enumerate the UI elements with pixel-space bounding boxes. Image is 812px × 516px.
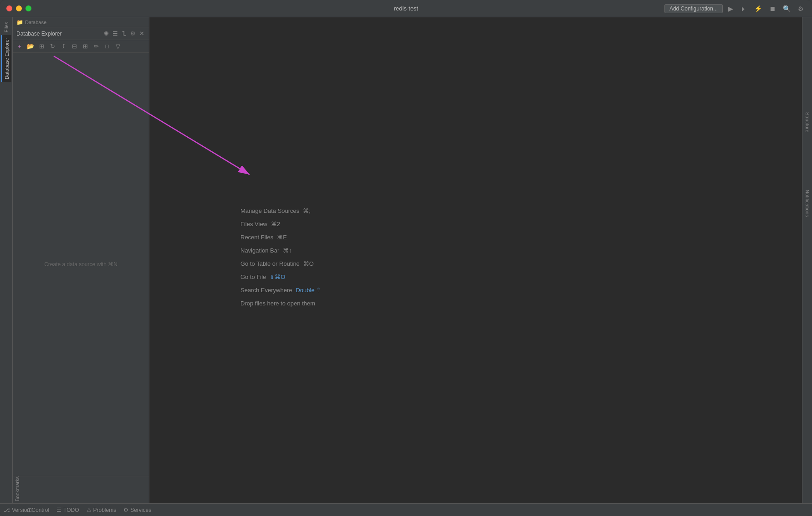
breadcrumb: 📁 Database (13, 17, 149, 27)
sidebar-header-icons: ✺ ☰ ⇅ ⚙ ✕ (103, 29, 145, 38)
statusbar-todo[interactable]: ☰ TODO (56, 507, 79, 513)
breadcrumb-text: Database (25, 20, 46, 25)
sidebar-empty-state: Create a data source with ⌘N (13, 53, 149, 476)
list-icon[interactable]: ☰ (112, 29, 119, 38)
debug-icon[interactable]: ⏵ (739, 4, 749, 13)
edit-button[interactable]: ✏ (91, 41, 101, 52)
help-item-drop-files: Drop files here to open them (240, 300, 319, 307)
help-label: Manage Data Sources (240, 207, 299, 214)
coverage-icon[interactable]: ⚡ (752, 4, 764, 13)
help-shortcut: Double ⇧ (296, 287, 321, 294)
search-icon[interactable]: 🔍 (781, 4, 792, 13)
services-label: Services (130, 507, 151, 513)
titlebar: redis-test Add Configuration... ▶ ⏵ ⚡ ⏹ … (0, 0, 812, 17)
help-item-search-everywhere: Search Everywhere Double ⇧ (240, 287, 321, 294)
open-file-button[interactable]: 📂 (26, 41, 36, 52)
layout-icon[interactable]: ⊡ (27, 506, 32, 513)
bookmarks-tab[interactable]: Bookmarks (15, 476, 20, 501)
right-tabs-strip: Structure Notifications (802, 17, 812, 503)
filter-button[interactable]: ▽ (113, 41, 123, 52)
schema-button[interactable]: ⊞ (36, 41, 46, 52)
settings-icon[interactable]: ⚙ (796, 4, 806, 13)
problems-icon: ⚠ (87, 507, 92, 513)
window-controls (6, 5, 31, 11)
todo-label: TODO (63, 507, 79, 513)
titlebar-actions: Add Configuration... ▶ ⏵ ⚡ ⏹ 🔍 ⚙ (664, 4, 806, 13)
sidebar-header: Database Explorer ✺ ☰ ⇅ ⚙ ✕ (13, 27, 149, 40)
close-panel-icon[interactable]: ✕ (138, 29, 145, 38)
help-shortcut: ⌘2 (271, 221, 280, 227)
window-title: redis-test (394, 5, 418, 12)
sidebar-item-structure[interactable]: Structure (803, 108, 812, 136)
help-label: Files View (240, 221, 267, 227)
body: Files Database Explorer 📁 Database Datab… (0, 17, 812, 503)
services-icon: ⚙ (123, 507, 128, 513)
left-tabs-strip: Files Database Explorer (0, 17, 13, 503)
help-item-goto-file: Go to File ⇧⌘O (240, 273, 285, 280)
help-shortcut: ⌘; (303, 207, 311, 214)
main-window: redis-test Add Configuration... ▶ ⏵ ⚡ ⏹ … (0, 0, 812, 516)
help-label: Drop files here to open them (240, 300, 315, 307)
minimize-button[interactable] (16, 5, 22, 11)
statusbar-problems[interactable]: ⚠ Problems (87, 507, 117, 513)
help-shortcut: ⌘E (277, 234, 287, 241)
help-item-files-view: Files View ⌘2 (240, 221, 280, 227)
statusbar-services[interactable]: ⚙ Services (123, 507, 151, 513)
close-button[interactable] (6, 5, 12, 11)
statusbar: ⎇ Version Control ☰ TODO ⚠ Problems ⚙ Se… (0, 503, 812, 516)
export-button[interactable]: ⤴ (58, 41, 68, 52)
help-item-navigation-bar: Navigation Bar ⌘↑ (240, 247, 292, 254)
sidebar-wrapper: 📁 Database Database Explorer ✺ ☰ ⇅ ⚙ ✕ (13, 17, 149, 503)
help-item-manage-datasources: Manage Data Sources ⌘; (240, 207, 311, 214)
sidebar: 📁 Database Database Explorer ✺ ☰ ⇅ ⚙ ✕ (13, 17, 149, 503)
sidebar-title: Database Explorer (16, 31, 103, 37)
add-datasource-button[interactable]: + (15, 41, 25, 52)
help-label: Go to Table or Routine (240, 260, 300, 267)
layout-toggle-icon: ⊡ (27, 507, 32, 513)
expand-button[interactable]: ⊞ (80, 41, 90, 52)
empty-state-text: Create a data source with ⌘N (44, 261, 117, 268)
help-label: Navigation Bar (240, 247, 279, 254)
stop-icon[interactable]: ⏹ (767, 4, 777, 13)
help-label: Search Everywhere (240, 287, 292, 294)
git-icon: ⎇ (4, 507, 10, 513)
main-content: Manage Data Sources ⌘; Files View ⌘2 Rec… (149, 17, 802, 503)
sidebar-item-notifications[interactable]: Notifications (803, 186, 812, 221)
refresh-button[interactable]: ↻ (47, 41, 57, 52)
help-shortcut: ⌘O (303, 260, 314, 267)
run-icon[interactable]: ▶ (726, 4, 735, 13)
problems-label: Problems (93, 507, 117, 513)
help-label: Go to File (240, 273, 266, 280)
add-configuration-button[interactable]: Add Configuration... (664, 4, 723, 13)
todo-icon: ☰ (56, 507, 61, 513)
help-label: Recent Files (240, 234, 273, 241)
maximize-button[interactable] (26, 5, 31, 11)
collapse-button[interactable]: ⊟ (69, 41, 79, 52)
help-shortcut: ⇧⌘O (270, 273, 285, 280)
settings-icon[interactable]: ⚙ (129, 29, 137, 38)
sort-icon[interactable]: ⇅ (121, 29, 128, 38)
view-button[interactable]: □ (102, 41, 112, 52)
sidebar-toolbar: + 📂 ⊞ ↻ ⤴ ⊟ ⊞ ✏ □ ▽ (13, 40, 149, 53)
statusbar-version-control[interactable]: ⎇ Version Control (4, 507, 49, 513)
help-shortcut: ⌘↑ (283, 247, 292, 254)
sidebar-item-files[interactable]: Files (2, 19, 11, 35)
database-folder-icon: 📁 (16, 19, 23, 26)
sidebar-item-database-explorer[interactable]: Database Explorer (1, 35, 11, 82)
help-item-recent-files: Recent Files ⌘E (240, 234, 287, 241)
gear-spin-icon[interactable]: ✺ (103, 29, 110, 38)
help-item-goto-table: Go to Table or Routine ⌘O (240, 260, 314, 267)
sidebar-bottom: Bookmarks (13, 476, 149, 503)
welcome-area: Manage Data Sources ⌘; Files View ⌘2 Rec… (149, 17, 802, 503)
